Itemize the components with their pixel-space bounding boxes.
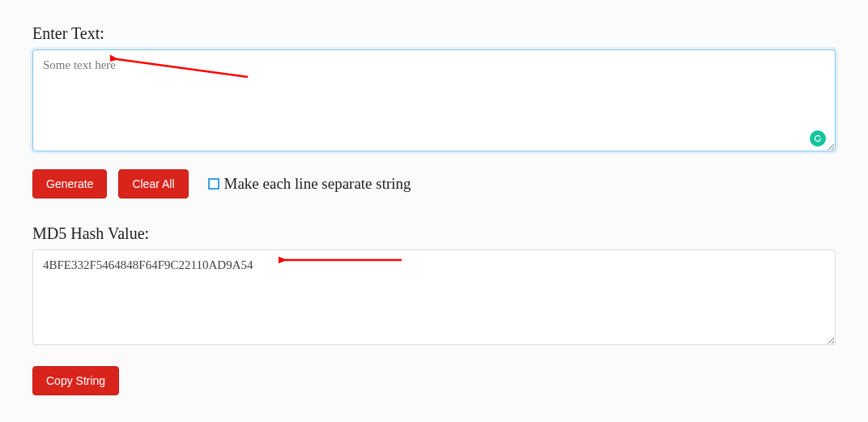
output-wrapper [32,249,836,348]
input-text-label: Enter Text: [32,24,836,43]
clear-all-button[interactable]: Clear All [118,169,188,198]
separate-lines-checkbox[interactable] [208,178,219,190]
input-wrapper [32,49,836,155]
output-textarea[interactable] [32,249,836,345]
generate-button[interactable]: Generate [32,169,107,198]
separate-lines-label: Make each line separate string [224,175,411,193]
controls-row: Generate Clear All Make each line separa… [32,169,836,198]
output-label: MD5 Hash Value: [32,224,836,243]
copy-string-button[interactable]: Copy String [32,366,119,395]
grammarly-icon[interactable] [810,130,826,147]
input-textarea[interactable] [32,49,836,151]
separate-lines-checkbox-wrap[interactable]: Make each line separate string [208,175,411,193]
